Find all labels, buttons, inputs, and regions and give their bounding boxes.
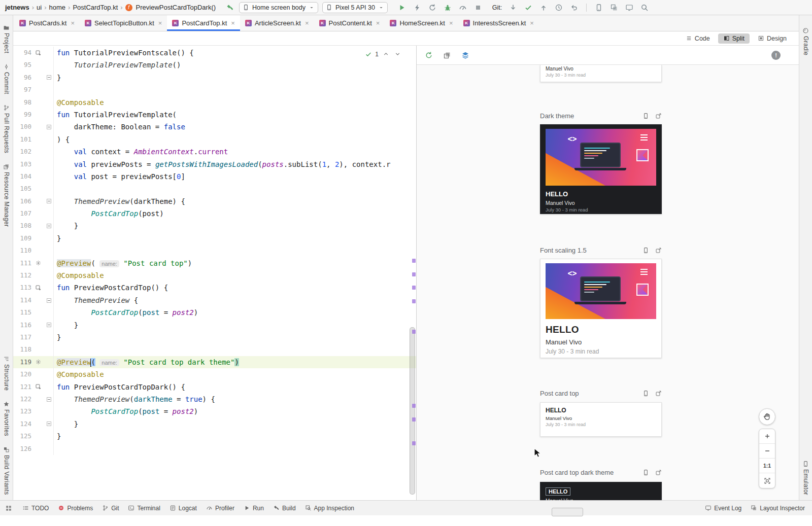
code-line[interactable]: 114 ThemedPreview { bbox=[13, 294, 416, 306]
statusbar-item-run[interactable]: Run bbox=[244, 505, 264, 512]
code-line[interactable]: 123 PostCardTop(post = post2) bbox=[13, 405, 416, 417]
apply-changes-button[interactable] bbox=[412, 3, 422, 13]
line-number[interactable]: 102 bbox=[13, 146, 31, 158]
tool-button-favorites[interactable]: Favorites bbox=[3, 401, 10, 436]
preview-card[interactable]: <>HELLOManuel VivoJuly 30 - 3 min read bbox=[540, 124, 662, 214]
git-commit-button[interactable] bbox=[523, 3, 533, 13]
fold-marker-icon[interactable] bbox=[47, 422, 51, 426]
line-number[interactable]: 117 bbox=[13, 331, 31, 343]
run-preview-gutter-button[interactable] bbox=[34, 284, 43, 292]
line-number[interactable]: 125 bbox=[13, 430, 31, 442]
line-number[interactable]: 97 bbox=[13, 84, 31, 96]
code-line[interactable]: 107 PostCardTop(post) bbox=[13, 207, 416, 220]
close-icon[interactable]: × bbox=[158, 19, 162, 27]
code-line[interactable]: 116 } bbox=[13, 319, 416, 331]
line-number[interactable]: 98 bbox=[13, 96, 31, 109]
code-line[interactable]: 124 } bbox=[13, 418, 416, 430]
preview-card[interactable]: Manuel VivoJuly 30 - 3 min read bbox=[540, 65, 662, 82]
close-icon[interactable]: × bbox=[530, 19, 534, 27]
zoom-in-button[interactable] bbox=[759, 429, 775, 444]
code-line[interactable]: 97 bbox=[13, 84, 416, 96]
tool-button-resource-manager[interactable]: Resource Manager bbox=[3, 163, 10, 227]
code-editor[interactable]: 94fun TutorialPreviewFontscale() {95 Tut… bbox=[13, 46, 416, 500]
layout-inspector-toolbar-button[interactable] bbox=[609, 3, 619, 13]
close-icon[interactable]: × bbox=[231, 19, 235, 27]
statusbar-item-logcat[interactable]: Logcat bbox=[170, 505, 197, 512]
zoom-out-button[interactable] bbox=[759, 444, 775, 459]
line-number[interactable]: 105 bbox=[13, 183, 31, 195]
code-line[interactable]: 111@Preview( name: "Post card top") bbox=[13, 257, 416, 269]
code-line[interactable]: 100 darkTheme: Boolean = false bbox=[13, 121, 416, 133]
close-icon[interactable]: × bbox=[71, 19, 75, 27]
preview-config-button[interactable] bbox=[642, 113, 649, 119]
breadcrumb-item[interactable]: PostCardTop.kt bbox=[73, 4, 118, 11]
preview-settings-gutter-button[interactable] bbox=[34, 259, 43, 267]
line-number[interactable]: 110 bbox=[13, 244, 31, 257]
line-number[interactable]: 94 bbox=[13, 47, 31, 59]
zoom-reset-button[interactable]: 1:1 bbox=[759, 459, 775, 473]
fold-marker-icon[interactable] bbox=[47, 298, 51, 303]
statusbar-item-todo[interactable]: TODO bbox=[22, 505, 49, 512]
line-number[interactable]: 111 bbox=[13, 257, 31, 269]
line-number[interactable]: 112 bbox=[13, 269, 31, 282]
line-number[interactable]: 109 bbox=[13, 232, 31, 244]
breadcrumb-item[interactable]: ui bbox=[37, 4, 42, 11]
statusbar-item-git[interactable]: Git bbox=[102, 505, 119, 512]
tool-button-structure[interactable]: Structure bbox=[3, 356, 10, 391]
line-number[interactable]: 113 bbox=[13, 282, 31, 294]
close-icon[interactable]: × bbox=[449, 19, 453, 27]
view-mode-code[interactable]: Code bbox=[681, 33, 715, 44]
inspections-widget[interactable]: 1 bbox=[365, 50, 402, 58]
code-area[interactable]: 94fun TutorialPreviewFontscale() {95 Tut… bbox=[13, 46, 416, 455]
code-line[interactable]: 125} bbox=[13, 430, 416, 442]
line-number[interactable]: 123 bbox=[13, 405, 31, 417]
run-preview-button[interactable] bbox=[655, 247, 662, 254]
line-number[interactable]: 106 bbox=[13, 195, 31, 207]
preview-card[interactable]: HELLOManuel VivoJuly 30 - 3 min read bbox=[540, 402, 662, 437]
close-icon[interactable]: × bbox=[376, 19, 380, 27]
code-line[interactable]: 96} bbox=[13, 72, 416, 84]
debug-button[interactable] bbox=[443, 3, 453, 13]
view-mode-split[interactable]: Split bbox=[718, 33, 750, 44]
pan-tool-button[interactable] bbox=[759, 408, 775, 425]
run-preview-gutter-button[interactable] bbox=[34, 49, 43, 57]
tool-windows-button[interactable] bbox=[4, 504, 13, 513]
code-line[interactable]: 98@Composable bbox=[13, 96, 416, 109]
code-line[interactable]: 115 PostCardTop(post = post2) bbox=[13, 306, 416, 319]
fold-marker-icon[interactable] bbox=[47, 199, 51, 203]
tab-PostContent[interactable]: KPostContent.kt× bbox=[314, 15, 385, 31]
code-line[interactable]: 120@Composable bbox=[13, 368, 416, 380]
git-history-button[interactable] bbox=[554, 3, 564, 13]
line-number[interactable]: 95 bbox=[13, 59, 31, 71]
statusbar-item-event-log[interactable]: Event Log bbox=[705, 505, 741, 512]
statusbar-item-profiler[interactable]: Profiler bbox=[206, 505, 234, 512]
line-number[interactable]: 107 bbox=[13, 207, 31, 220]
preview-card[interactable]: HELLOManuel Vivo bbox=[540, 482, 662, 500]
tab-PostCards[interactable]: KPostCards.kt× bbox=[14, 15, 80, 31]
code-line[interactable]: 122 ThemedPreview(darkTheme = true) { bbox=[13, 393, 416, 405]
git-push-button[interactable] bbox=[538, 3, 549, 13]
code-line[interactable]: 117} bbox=[13, 331, 416, 343]
tool-button-pull-requests[interactable]: Pull Requests bbox=[3, 104, 10, 153]
layers-button[interactable] bbox=[460, 50, 470, 60]
code-line[interactable]: 95 TutorialPreviewTemplate() bbox=[13, 59, 416, 71]
line-number[interactable]: 121 bbox=[13, 381, 31, 393]
statusbar-item-problems[interactable]: Problems bbox=[58, 505, 93, 512]
line-number[interactable]: 119 bbox=[13, 356, 31, 368]
line-number[interactable]: 120 bbox=[13, 368, 31, 380]
preview-settings-gutter-button[interactable] bbox=[34, 358, 43, 366]
code-line[interactable]: 119@Preview( name: "Post card top dark t… bbox=[13, 356, 416, 368]
tool-button-build-variants[interactable]: Build Variants bbox=[3, 446, 10, 495]
line-number[interactable]: 100 bbox=[13, 121, 31, 133]
code-line[interactable]: 108 } bbox=[13, 220, 416, 232]
code-line[interactable]: 110 bbox=[13, 244, 416, 257]
code-line[interactable]: 102 val context = AmbientContext.current bbox=[13, 146, 416, 158]
breadcrumb-item[interactable]: jetnews bbox=[5, 4, 29, 11]
code-line[interactable]: 106 ThemedPreview(darkTheme) { bbox=[13, 195, 416, 207]
preview-issues-badge[interactable]: ! bbox=[771, 51, 781, 60]
search-everywhere-button[interactable] bbox=[639, 3, 650, 13]
line-number[interactable]: 116 bbox=[13, 319, 31, 331]
refresh-preview-button[interactable] bbox=[424, 50, 434, 60]
tab-PostCardTop[interactable]: KPostCardTop.kt× bbox=[167, 15, 240, 31]
tab-ArticleScreen[interactable]: KArticleScreen.kt× bbox=[240, 15, 314, 31]
